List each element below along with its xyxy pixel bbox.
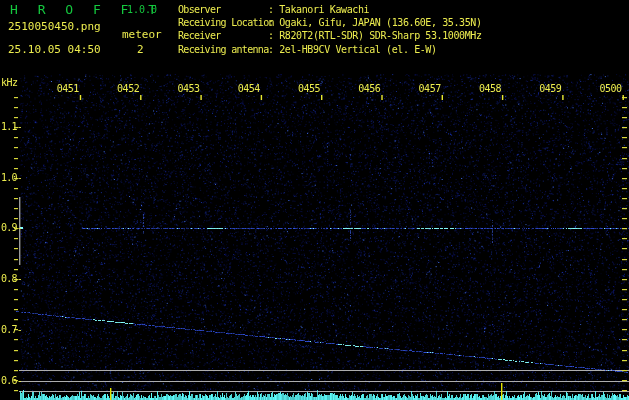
info-label: Receiving antenna xyxy=(178,43,268,56)
time-tick-label: 0500 xyxy=(600,83,622,94)
hrofft-screen: H R O F F T 1.0.0 2510050450.png meteor … xyxy=(0,0,629,400)
freq-tick-label: 0.9- xyxy=(1,222,22,233)
meteor-count: 2 xyxy=(137,43,144,56)
info-value: : 2el-HB9CV Vertical (el. E-W) xyxy=(268,43,437,56)
freq-tick-label: 0.6- xyxy=(1,375,22,386)
info-label: Receiving Location xyxy=(178,16,274,29)
freq-tick-label: 1.0- xyxy=(1,172,22,183)
freq-tick-label: 1.1- xyxy=(1,121,22,132)
time-tick-label: 0451 xyxy=(57,83,79,94)
time-tick-label: 0452 xyxy=(117,83,139,94)
info-value: : Ogaki, Gifu, JAPAN (136.60E, 35.35N) xyxy=(268,16,482,29)
freq-axis-unit: kHz xyxy=(1,77,18,88)
app-version: 1.0.0 xyxy=(127,4,157,15)
time-tick-label: 0453 xyxy=(177,83,199,94)
time-tick-label: 0456 xyxy=(358,83,380,94)
spectrogram-canvas xyxy=(0,0,629,400)
time-tick-label: 0455 xyxy=(298,83,320,94)
info-value: : R820T2(RTL-SDR) SDR-Sharp 53.1000MHz xyxy=(268,29,482,42)
time-tick-label: 0454 xyxy=(238,83,260,94)
time-tick-label: 0458 xyxy=(479,83,501,94)
time-tick-label: 0457 xyxy=(419,83,441,94)
mode-label: meteor xyxy=(122,28,162,41)
observation-datetime: 25.10.05 04:50 xyxy=(8,43,101,56)
freq-tick-label: 0.7- xyxy=(1,324,22,335)
info-label: Receiver xyxy=(178,29,221,42)
time-tick-label: 0459 xyxy=(539,83,561,94)
info-label: Observer xyxy=(178,3,221,16)
freq-tick-label: 0.8- xyxy=(1,273,22,284)
info-value: : Takanori Kawachi xyxy=(268,3,369,16)
output-filename: 2510050450.png xyxy=(8,20,101,33)
